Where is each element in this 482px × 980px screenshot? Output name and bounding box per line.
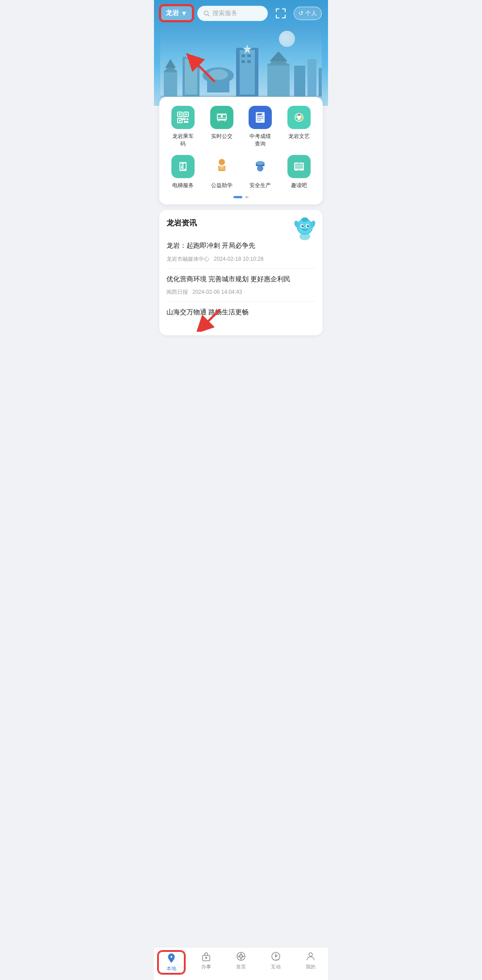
svg-rect-30 (267, 63, 290, 97)
svg-rect-36 (319, 68, 322, 97)
search-icon (204, 10, 210, 17)
service-label-elevator: 电梯服务 (172, 182, 194, 189)
reading-icon (287, 155, 311, 178)
svg-rect-93 (299, 164, 303, 165)
svg-rect-34 (294, 66, 305, 97)
svg-point-51 (184, 120, 185, 121)
annotation-arrow (183, 50, 219, 86)
svg-point-74 (298, 116, 300, 119)
svg-line-1 (208, 14, 209, 16)
app-header: 龙岩 ▼ 搜索服务 (154, 0, 328, 106)
svg-point-105 (303, 225, 303, 226)
svg-rect-95 (299, 166, 303, 167)
service-label-art: 龙岩文艺 (288, 133, 310, 140)
svg-point-73 (295, 118, 298, 120)
profile-label: 个人 (305, 9, 317, 17)
svg-rect-3 (276, 8, 277, 12)
realtime-bus-icon (210, 106, 233, 129)
news-date-2: 2024-02-06 14:04:43 (192, 289, 242, 295)
svg-rect-41 (185, 113, 187, 115)
svg-point-57 (218, 120, 219, 121)
service-item-charity[interactable]: 公益助学 (204, 155, 240, 189)
svg-rect-63 (257, 116, 263, 117)
city-banner: ~ ~ ~ (160, 25, 322, 106)
svg-rect-27 (247, 54, 251, 57)
svg-point-80 (181, 165, 183, 167)
news-section-title: 龙岩资讯 (166, 218, 197, 228)
mascot-image (291, 214, 318, 241)
exam-score-icon: 100 (249, 106, 272, 129)
svg-rect-84 (219, 168, 225, 170)
art-icon (287, 106, 311, 129)
svg-rect-97 (299, 167, 303, 168)
news-section: 龙岩资讯 龙岩：起跑即冲刺 开局必争先 龙岩市融媒体中心 2024-02-18 … (159, 210, 323, 335)
svg-point-106 (308, 225, 309, 226)
services-card: 龙岩乘车码 实时公交 (159, 97, 323, 204)
search-bar[interactable]: 搜索服务 (197, 6, 268, 21)
svg-rect-28 (241, 60, 245, 63)
services-row-1: 龙岩乘车码 实时公交 (164, 106, 318, 148)
news-meta-1: 龙岩市融媒体中心 2024-02-18 10:10:28 (166, 255, 316, 263)
news-headline-3: 山海交万物通 路畅生活更畅 (166, 307, 316, 317)
dot-active (233, 196, 242, 198)
location-label: 龙岩 (166, 9, 179, 17)
news-meta-2: 闽西日报 2024-02-06 14:04:43 (166, 288, 316, 296)
svg-point-87 (257, 165, 263, 171)
profile-button[interactable]: ↺ 个人 (294, 7, 322, 20)
svg-rect-65 (257, 120, 262, 121)
pagination-dots (164, 196, 318, 198)
svg-point-72 (300, 118, 303, 120)
svg-rect-13 (164, 70, 177, 97)
news-item-2[interactable]: 优化营商环境 完善城市规划 更好惠企利民 闽西日报 2024-02-06 14:… (166, 269, 316, 302)
service-item-elevator[interactable]: 电梯服务 (165, 155, 201, 189)
service-item-art[interactable]: 龙岩文艺 (281, 106, 317, 148)
service-item-realtime-bus[interactable]: 实时公交 (204, 106, 240, 148)
svg-rect-35 (307, 59, 316, 97)
svg-rect-55 (218, 118, 226, 119)
svg-point-90 (257, 162, 264, 165)
service-item-bus-qr[interactable]: 龙岩乘车码 (165, 106, 201, 148)
safety-icon (249, 155, 272, 178)
news-source-1: 龙岩市融媒体中心 (166, 256, 209, 262)
svg-rect-60 (217, 113, 227, 115)
charity-icon (210, 155, 233, 178)
svg-rect-49 (183, 117, 185, 118)
dot-inactive (245, 196, 249, 198)
news-source-2: 闽西日报 (166, 289, 188, 295)
svg-rect-86 (220, 166, 224, 167)
svg-text:100: 100 (258, 113, 263, 115)
bus-qr-icon (171, 106, 195, 129)
service-item-safety[interactable]: 安全生产 (242, 155, 278, 189)
annotation-arrow-2 (193, 305, 229, 332)
svg-rect-39 (179, 113, 181, 115)
header-top-bar: 龙岩 ▼ 搜索服务 (160, 5, 322, 21)
svg-point-110 (299, 233, 310, 240)
svg-rect-45 (184, 121, 188, 123)
svg-rect-77 (183, 163, 186, 170)
service-item-reading[interactable]: 趣读吧 (281, 155, 317, 189)
service-label-reading: 趣读吧 (291, 182, 307, 189)
svg-rect-7 (276, 15, 277, 18)
svg-point-59 (224, 120, 225, 121)
location-button[interactable]: 龙岩 ▼ (160, 5, 193, 21)
service-label-realtime-bus: 实时公交 (211, 133, 233, 140)
news-headline-2: 优化营商环境 完善城市规划 更好惠企利民 (166, 274, 316, 284)
service-label-bus-qr: 龙岩乘车码 (172, 133, 194, 148)
scan-button[interactable] (272, 6, 289, 21)
svg-rect-5 (285, 8, 286, 12)
news-item-3[interactable]: 山海交万物通 路畅生活更畅 (166, 302, 316, 327)
svg-rect-46 (187, 118, 188, 120)
svg-point-68 (262, 120, 263, 121)
svg-rect-26 (241, 54, 245, 57)
svg-rect-29 (247, 60, 251, 63)
service-item-exam-score[interactable]: 100 中考成绩查询 (242, 106, 278, 148)
service-label-exam-score: 中考成绩查询 (249, 133, 271, 148)
birds-decoration: ~ ~ ~ (253, 34, 268, 39)
news-headline-1: 龙岩：起跑即冲刺 开局必争先 (166, 241, 316, 251)
news-date-1: 2024-02-18 10:10:28 (214, 256, 263, 262)
content-area: 龙岩乘车码 实时公交 (154, 97, 328, 376)
location-dropdown-arrow: ▼ (181, 9, 187, 17)
svg-rect-92 (295, 164, 299, 165)
profile-icon: ↺ (299, 10, 303, 17)
svg-rect-98 (299, 162, 299, 171)
